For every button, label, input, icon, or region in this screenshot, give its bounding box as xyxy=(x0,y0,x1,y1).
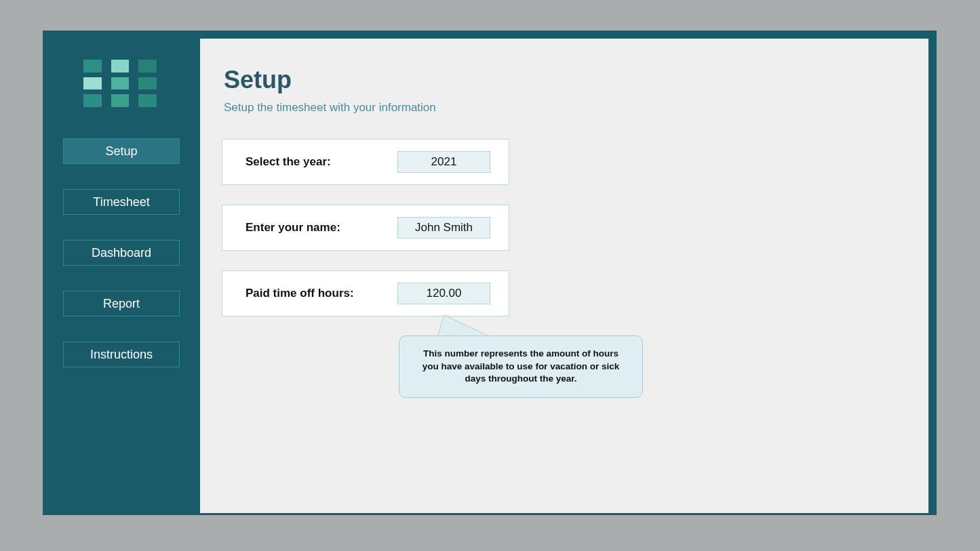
logo-cell xyxy=(138,60,157,73)
field-card-pto: Paid time off hours: 120.00 xyxy=(222,270,509,317)
sidebar: Setup Timesheet Dashboard Report Instruc… xyxy=(43,30,200,515)
nav-item-instructions[interactable]: Instructions xyxy=(63,342,180,367)
name-input[interactable]: John Smith xyxy=(397,217,490,239)
logo-icon xyxy=(83,60,157,107)
nav-item-setup[interactable]: Setup xyxy=(63,138,180,164)
page-title: Setup xyxy=(224,66,292,94)
logo-cell xyxy=(111,77,130,90)
logo-cell xyxy=(83,60,102,73)
name-label: Enter your name: xyxy=(246,221,340,234)
year-input[interactable]: 2021 xyxy=(397,151,490,173)
pto-input[interactable]: 120.00 xyxy=(397,283,490,304)
pto-callout-text: This number represents the amount of hou… xyxy=(414,348,627,386)
logo-cell xyxy=(111,60,130,73)
page-subtitle: Setup the timesheet with your informatio… xyxy=(224,101,436,115)
svg-marker-1 xyxy=(439,316,488,336)
pto-label: Paid time off hours: xyxy=(246,287,354,300)
logo-cell xyxy=(138,94,157,107)
nav-item-report[interactable]: Report xyxy=(63,291,180,317)
logo-cell xyxy=(111,94,130,107)
year-label: Select the year: xyxy=(246,155,331,169)
logo-cell xyxy=(138,77,157,90)
nav-item-dashboard[interactable]: Dashboard xyxy=(63,240,180,266)
field-card-name: Enter your name: John Smith xyxy=(222,205,509,251)
pto-callout: This number represents the amount of hou… xyxy=(399,335,643,398)
nav: Setup Timesheet Dashboard Report Instruc… xyxy=(63,138,180,392)
logo-cell xyxy=(83,94,102,107)
nav-item-timesheet[interactable]: Timesheet xyxy=(63,189,180,215)
field-card-year: Select the year: 2021 xyxy=(222,139,509,185)
app-window: Setup Timesheet Dashboard Report Instruc… xyxy=(43,30,937,515)
main-panel: Setup Setup the timesheet with your info… xyxy=(200,39,928,513)
logo-cell xyxy=(83,77,102,90)
